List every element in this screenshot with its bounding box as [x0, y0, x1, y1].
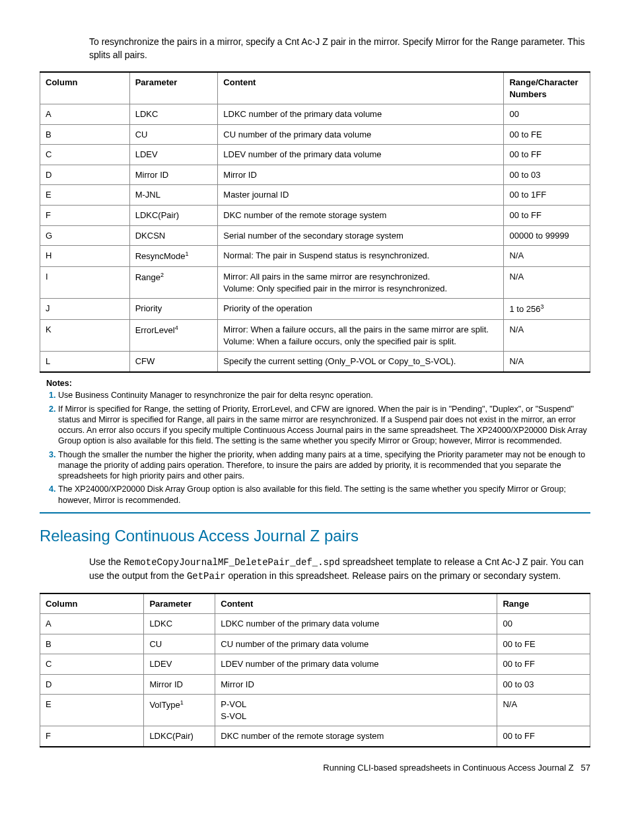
cell-parameter: LDKC(Pair): [129, 206, 218, 226]
cell-parameter: LDKC(Pair): [144, 726, 215, 747]
col-header: Column: [40, 593, 144, 614]
cell-parameter: VolType1: [144, 695, 215, 726]
cell-range: 00 to FE: [504, 124, 590, 145]
note-item: Though the smaller the number the higher…: [58, 449, 590, 482]
delete-parameters-table: Column Parameter Content Range ALDKCLDKC…: [40, 593, 590, 747]
notes-separator: [40, 512, 590, 514]
cell-content: LDKC number of the primary data volume: [215, 614, 497, 634]
col-header: Column: [40, 72, 130, 104]
cell-column: F: [40, 206, 130, 226]
table-row: LCFWSpecify the current setting (Only_P-…: [40, 352, 590, 372]
cell-column: E: [40, 185, 130, 206]
cell-range: 1 to 2563: [504, 299, 590, 320]
col-header: Range/Character Numbers: [504, 72, 590, 104]
section-heading: Releasing Continuous Access Journal Z pa…: [40, 525, 590, 547]
cell-range: 00 to FE: [497, 634, 590, 654]
cell-column: C: [40, 654, 144, 675]
cell-range: 00 to FF: [497, 726, 590, 747]
code-operation: GetPair: [187, 571, 226, 582]
cell-content: Master journal ID: [218, 185, 504, 206]
table-row: FLDKC(Pair)DKC number of the remote stor…: [40, 206, 590, 226]
cell-column: E: [40, 695, 144, 726]
notes-list: Use Business Continuity Manager to resyn…: [46, 390, 590, 506]
cell-content: Mirror ID: [218, 165, 504, 185]
cell-range: N/A: [504, 246, 590, 267]
cell-column: C: [40, 145, 130, 165]
cell-content: Normal: The pair in Suspend status is re…: [218, 246, 504, 267]
cell-parameter: Mirror ID: [144, 674, 215, 695]
cell-range: 00 to FF: [504, 145, 590, 165]
cell-range: 00 to FF: [504, 206, 590, 226]
cell-column: A: [40, 104, 130, 125]
cell-range: N/A: [497, 695, 590, 726]
body-paragraph: Use the RemoteCopyJournalMF_DeletePair_d…: [89, 556, 590, 583]
page-footer: Running CLI-based spreadsheets in Contin…: [40, 762, 590, 774]
table-row: DMirror IDMirror ID00 to 03: [40, 165, 590, 185]
page-number: 57: [581, 763, 590, 773]
table-row: KErrorLevel4Mirror: When a failure occur…: [40, 319, 590, 351]
table-row: ALDKCLDKC number of the primary data vol…: [40, 104, 590, 125]
cell-content: P-VOLS-VOL: [215, 695, 497, 726]
cell-column: F: [40, 726, 144, 747]
cell-parameter: ResyncMode1: [129, 246, 218, 267]
code-filename: RemoteCopyJournalMF_DeletePair_def_.spd: [123, 557, 340, 568]
col-header: Parameter: [129, 72, 218, 104]
cell-column: H: [40, 246, 130, 267]
table-row: HResyncMode1Normal: The pair in Suspend …: [40, 246, 590, 267]
cell-parameter: DKCSN: [129, 225, 218, 246]
cell-parameter: LDKC: [129, 104, 218, 125]
cell-parameter: Mirror ID: [129, 165, 218, 185]
cell-parameter: LDEV: [144, 654, 215, 675]
cell-range: N/A: [504, 319, 590, 351]
cell-range: 00 to 03: [497, 674, 590, 695]
cell-column: J: [40, 299, 130, 320]
cell-content: DKC number of the remote storage system: [218, 206, 504, 226]
cell-content: CU number of the primary data volume: [215, 634, 497, 654]
intro-paragraph: To resynchronize the pairs in a mirror, …: [89, 36, 590, 61]
cell-content: LDKC number of the primary data volume: [218, 104, 504, 125]
cell-parameter: M-JNL: [129, 185, 218, 206]
cell-range: N/A: [504, 266, 590, 298]
cell-column: D: [40, 674, 144, 695]
table-row: FLDKC(Pair)DKC number of the remote stor…: [40, 726, 590, 747]
note-item: The XP24000/XP20000 Disk Array Group opt…: [58, 484, 590, 506]
table-row: CLDEVLDEV number of the primary data vol…: [40, 654, 590, 675]
cell-parameter: LDEV: [129, 145, 218, 165]
col-header: Content: [218, 72, 504, 104]
note-item: If Mirror is specified for Range, the se…: [58, 404, 590, 447]
table-row: JPriorityPriority of the operation1 to 2…: [40, 299, 590, 320]
notes-heading: Notes:: [46, 378, 590, 389]
cell-content: LDEV number of the primary data volume: [215, 654, 497, 675]
cell-content: CU number of the primary data volume: [218, 124, 504, 145]
table-header-row: Column Parameter Content Range: [40, 593, 590, 614]
table-header-row: Column Parameter Content Range/Character…: [40, 72, 590, 104]
cell-range: 00: [497, 614, 590, 634]
cell-range: 00 to 03: [504, 165, 590, 185]
table-row: ALDKCLDKC number of the primary data vol…: [40, 614, 590, 634]
cell-parameter: CU: [129, 124, 218, 145]
cell-content: Mirror ID: [215, 674, 497, 695]
cell-column: G: [40, 225, 130, 246]
cell-range: 00 to 1FF: [504, 185, 590, 206]
cell-column: K: [40, 319, 130, 351]
cell-parameter: CU: [144, 634, 215, 654]
cell-content: Serial number of the secondary storage s…: [218, 225, 504, 246]
cell-content: Mirror: All pairs in the same mirror are…: [218, 266, 504, 298]
cell-parameter: CFW: [129, 352, 218, 372]
table-row: IRange2Mirror: All pairs in the same mir…: [40, 266, 590, 298]
cell-parameter: Priority: [129, 299, 218, 320]
cell-content: Specify the current setting (Only_P-VOL …: [218, 352, 504, 372]
note-item: Use Business Continuity Manager to resyn…: [58, 390, 590, 401]
cell-content: Mirror: When a failure occurs, all the p…: [218, 319, 504, 351]
cell-parameter: ErrorLevel4: [129, 319, 218, 351]
col-header: Range: [497, 593, 590, 614]
col-header: Content: [215, 593, 497, 614]
resync-parameters-table: Column Parameter Content Range/Character…: [40, 71, 590, 372]
cell-parameter: LDKC: [144, 614, 215, 634]
body-text: Use the: [89, 556, 123, 567]
table-row: GDKCSNSerial number of the secondary sto…: [40, 225, 590, 246]
table-row: BCUCU number of the primary data volume0…: [40, 634, 590, 654]
table-row: DMirror IDMirror ID00 to 03: [40, 674, 590, 695]
cell-column: A: [40, 614, 144, 634]
cell-range: N/A: [504, 352, 590, 372]
